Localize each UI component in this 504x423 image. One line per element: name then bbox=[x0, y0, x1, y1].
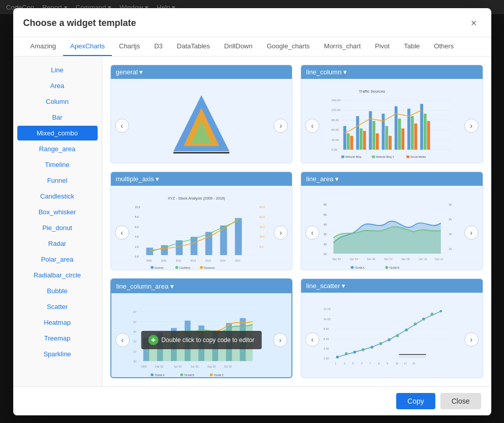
line-scatter-chart-svg: 12.00 10.00 8.00 6.00 4.00 2.00 bbox=[320, 300, 463, 378]
widget-line-column-area-next[interactable]: › bbox=[273, 333, 287, 347]
widget-line-column-area[interactable]: line_column_area ▾ ‹ 67 57 47 37 27 20 bbox=[110, 278, 293, 378]
svg-text:60.0: 60.0 bbox=[259, 215, 264, 218]
sidebar-item-scatter[interactable]: Scatter bbox=[17, 299, 98, 314]
svg-text:120.00: 120.00 bbox=[332, 108, 341, 111]
widget-line-column-area-header[interactable]: line_column_area ▾ bbox=[111, 279, 292, 293]
svg-text:10: 10 bbox=[396, 362, 399, 364]
widget-general-header[interactable]: general ▾ bbox=[111, 65, 292, 79]
tab-google-charts[interactable]: Google_charts bbox=[259, 37, 317, 56]
sidebar-item-candlestick[interactable]: Candlestick bbox=[17, 189, 98, 204]
widget-multiple-axis-prev[interactable]: ‹ bbox=[115, 225, 129, 240]
widget-line-area-next[interactable]: › bbox=[464, 225, 479, 240]
tab-others[interactable]: Others bbox=[427, 37, 461, 56]
widget-line-column-area-prev[interactable]: ‹ bbox=[115, 333, 130, 347]
widget-line-area-body: ‹ 60 50 40 30 20 10 80 60 40 bbox=[301, 186, 483, 270]
svg-text:TEAM B: TEAM B bbox=[389, 266, 399, 269]
svg-text:Aug '03: Aug '03 bbox=[207, 365, 216, 368]
sidebar-item-line[interactable]: Line bbox=[17, 63, 98, 77]
sidebar-item-radar[interactable]: Radar bbox=[17, 236, 98, 251]
sidebar-item-sparkline[interactable]: Sparkline bbox=[17, 347, 98, 361]
widget-line-scatter-next[interactable]: › bbox=[464, 332, 479, 347]
svg-text:TEAM A: TEAM A bbox=[155, 374, 165, 377]
widget-line-column-next[interactable]: › bbox=[464, 119, 479, 133]
tab-chartjs[interactable]: Chartjs bbox=[112, 37, 147, 56]
sidebar-item-bar[interactable]: Bar bbox=[17, 110, 98, 125]
svg-point-105 bbox=[351, 266, 354, 269]
sidebar-item-area[interactable]: Area bbox=[17, 78, 98, 93]
svg-text:Oct '03: Oct '03 bbox=[224, 365, 231, 368]
svg-text:50: 50 bbox=[324, 213, 327, 216]
tab-pivot[interactable]: Pivot bbox=[368, 37, 397, 56]
tab-drilldown[interactable]: DrillDown bbox=[217, 37, 260, 56]
close-button[interactable]: Close bbox=[440, 393, 481, 409]
widget-line-column[interactable]: line_column ▾ ‹ Traffic Sources 150.00 1… bbox=[301, 65, 483, 163]
svg-text:40: 40 bbox=[324, 222, 327, 225]
widget-line-column-body: ‹ Traffic Sources 150.00 120.00 90.00 60… bbox=[301, 79, 483, 163]
widget-line-area-prev[interactable]: ‹ bbox=[305, 225, 319, 240]
widget-general-next[interactable]: › bbox=[274, 119, 288, 133]
svg-text:6.00: 6.00 bbox=[324, 337, 329, 340]
modal-footer: Copy Close bbox=[13, 386, 491, 415]
svg-text:TEAM C: TEAM C bbox=[214, 374, 224, 377]
sidebar-item-pie-donut[interactable]: Pie_donut bbox=[17, 220, 98, 235]
widget-line-column-prev[interactable]: ‹ bbox=[305, 119, 319, 133]
sidebar-item-box-whisker[interactable]: Box_whisker bbox=[17, 205, 98, 219]
widget-line-column-header[interactable]: line_column ▾ bbox=[301, 65, 483, 79]
svg-point-76 bbox=[151, 266, 154, 269]
tab-morris-chart[interactable]: Morris_chart bbox=[317, 37, 368, 56]
modal-close-button[interactable]: × bbox=[467, 16, 481, 31]
widget-line-scatter-header[interactable]: line_scatter ▾ bbox=[301, 279, 483, 293]
widget-multiple-axis-header[interactable]: multiple_axis ▾ bbox=[111, 172, 292, 186]
tab-table[interactable]: Table bbox=[397, 37, 427, 56]
svg-text:10.0: 10.0 bbox=[135, 206, 140, 209]
svg-rect-30 bbox=[398, 118, 401, 149]
svg-text:2.00: 2.00 bbox=[324, 357, 329, 360]
sidebar-item-heatmap[interactable]: Heatmap bbox=[17, 315, 98, 330]
sidebar-item-mixed-combo[interactable]: Mixed_combo bbox=[17, 126, 98, 140]
svg-text:37: 37 bbox=[133, 340, 136, 343]
sidebar-item-timeline[interactable]: Timeline bbox=[17, 157, 98, 172]
copy-button[interactable]: Copy bbox=[396, 393, 435, 409]
sidebar-item-bubble[interactable]: Bubble bbox=[17, 284, 98, 298]
widget-line-scatter[interactable]: line_scatter ▾ ‹ 12.00 10.00 8.00 6.00 4… bbox=[301, 278, 483, 378]
svg-point-166 bbox=[353, 351, 356, 353]
sidebar-item-radialbar-circle[interactable]: Radialbar_circle bbox=[17, 268, 98, 283]
widget-general[interactable]: general ▾ ‹ › bbox=[110, 65, 293, 163]
widget-line-area[interactable]: line_area ▾ ‹ 60 50 40 30 20 10 bbox=[301, 172, 483, 270]
svg-rect-38 bbox=[341, 155, 344, 158]
widget-line-area-header[interactable]: line_area ▾ bbox=[301, 172, 483, 186]
content-area: general ▾ ‹ › bbox=[102, 57, 491, 386]
tab-datatables[interactable]: DataTables bbox=[170, 37, 217, 56]
svg-text:60: 60 bbox=[324, 203, 327, 206]
svg-text:2.0: 2.0 bbox=[135, 245, 138, 248]
widget-line-scatter-prev[interactable]: ‹ bbox=[305, 332, 319, 347]
svg-text:2013: 2013 bbox=[205, 259, 211, 262]
svg-text:Website Blog 2: Website Blog 2 bbox=[376, 155, 394, 158]
sidebar-item-funnel[interactable]: Funnel bbox=[17, 173, 98, 188]
svg-text:TEAM B: TEAM B bbox=[184, 374, 194, 377]
modal-overlay: Choose a widget template × Amazing ApexC… bbox=[0, 0, 504, 423]
sidebar-item-treemap[interactable]: Treemap bbox=[17, 331, 98, 346]
svg-text:Traffic Sources: Traffic Sources bbox=[359, 89, 386, 93]
svg-text:60.00: 60.00 bbox=[332, 128, 339, 131]
sidebar-item-column[interactable]: Column bbox=[17, 94, 98, 109]
svg-text:2011: 2011 bbox=[175, 259, 181, 262]
tab-amazing[interactable]: Amazing bbox=[23, 37, 64, 56]
svg-text:40: 40 bbox=[449, 233, 452, 236]
svg-text:20.0: 20.0 bbox=[259, 235, 264, 238]
sidebar-item-range-area[interactable]: Range_area bbox=[17, 142, 98, 156]
svg-point-135 bbox=[151, 373, 154, 376]
svg-text:Dec '07: Dec '07 bbox=[384, 258, 393, 260]
svg-text:10: 10 bbox=[324, 252, 327, 256]
svg-text:2009: 2009 bbox=[146, 259, 152, 262]
widget-multiple-axis-next[interactable]: › bbox=[274, 225, 288, 240]
tab-d3[interactable]: D3 bbox=[147, 37, 170, 56]
tab-apexcharts[interactable]: ApexCharts bbox=[63, 37, 112, 56]
widget-multiple-axis[interactable]: multiple_axis ▾ ‹ XYZ - Stock Analysis (… bbox=[110, 172, 293, 270]
widget-general-prev[interactable]: ‹ bbox=[115, 119, 129, 133]
svg-text:0.00: 0.00 bbox=[332, 148, 337, 151]
svg-text:8: 8 bbox=[378, 362, 380, 364]
svg-text:90.00: 90.00 bbox=[332, 118, 339, 121]
svg-point-169 bbox=[405, 328, 408, 331]
sidebar-item-polar-area[interactable]: Polar_area bbox=[17, 252, 98, 267]
